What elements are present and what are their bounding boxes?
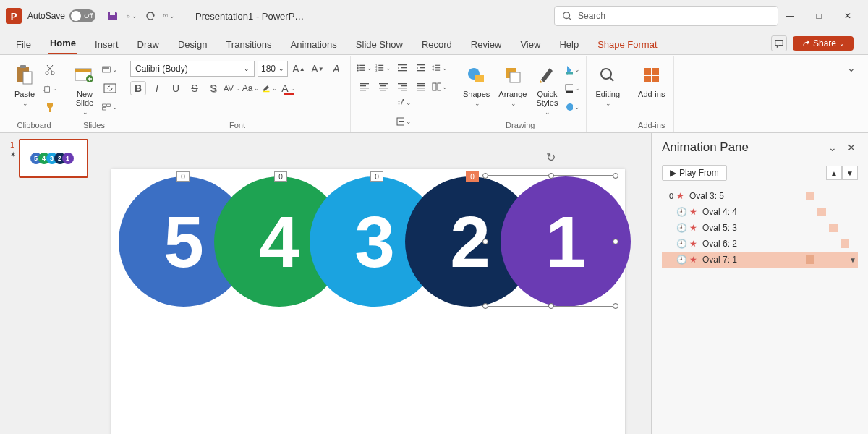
autosave-toggle[interactable]: Off: [69, 9, 95, 22]
share-button[interactable]: Share⌄: [793, 36, 854, 51]
anim-tag-selected[interactable]: 0: [466, 171, 479, 182]
underline-button[interactable]: U: [168, 81, 184, 95]
animation-item-selected[interactable]: 🕘 ★ Oval 7: 1 ▼: [662, 252, 858, 268]
timeline-bar[interactable]: [817, 208, 826, 216]
timeline-bar[interactable]: [829, 224, 838, 232]
arrange-button[interactable]: Arrange: [495, 61, 529, 109]
paste-button[interactable]: Paste: [10, 61, 39, 109]
tab-help[interactable]: Help: [558, 35, 580, 54]
close-button[interactable]: ✕: [842, 10, 854, 22]
increase-indent-icon[interactable]: [413, 61, 429, 75]
change-case-icon[interactable]: Aa: [243, 81, 259, 95]
italic-button[interactable]: I: [149, 81, 165, 95]
decrease-font-icon[interactable]: A▼: [310, 61, 326, 76]
tab-shape-format[interactable]: Shape Format: [596, 35, 658, 54]
resize-handle[interactable]: [548, 303, 554, 309]
resize-handle[interactable]: [613, 303, 618, 309]
timeline-bar[interactable]: [806, 192, 814, 200]
animation-item[interactable]: 🕘 ★ Oval 4: 4: [662, 204, 858, 220]
undo-icon[interactable]: [126, 10, 137, 22]
slide-thumbnail-1[interactable]: 1 ✶ 5 4 3 2 1: [19, 139, 88, 178]
tab-animations[interactable]: Animations: [289, 35, 339, 54]
justify-icon[interactable]: [413, 80, 429, 94]
clear-formatting-icon[interactable]: A: [328, 61, 344, 76]
pane-options-icon[interactable]: ⌄: [826, 141, 839, 154]
redo-icon[interactable]: [145, 10, 156, 22]
bold-button[interactable]: B: [130, 81, 146, 95]
comments-button[interactable]: [771, 35, 787, 51]
format-painter-icon[interactable]: [42, 100, 58, 114]
save-icon[interactable]: [107, 10, 119, 22]
move-up-button[interactable]: ▲: [826, 166, 842, 180]
pane-close-icon[interactable]: ✕: [845, 141, 858, 154]
shapes-button[interactable]: Shapes: [460, 61, 493, 109]
tab-transitions[interactable]: Transitions: [224, 35, 273, 54]
resize-handle[interactable]: [482, 239, 488, 244]
highlight-icon[interactable]: [262, 81, 278, 95]
tab-slideshow[interactable]: Slide Show: [354, 35, 404, 54]
font-color-icon[interactable]: A: [281, 81, 297, 95]
anim-tag[interactable]: 0: [370, 171, 383, 182]
align-center-icon[interactable]: [375, 80, 391, 94]
cut-icon[interactable]: [42, 62, 58, 77]
section-icon[interactable]: [102, 100, 118, 114]
font-size-select[interactable]: 180⌄: [258, 61, 288, 77]
copy-icon[interactable]: [42, 81, 58, 95]
rotate-handle[interactable]: ↻: [544, 150, 557, 163]
editing-button[interactable]: Editing: [592, 61, 623, 109]
numbering-icon[interactable]: 123: [375, 61, 391, 75]
item-dropdown-icon[interactable]: ▼: [849, 256, 856, 264]
resize-handle[interactable]: [613, 173, 618, 179]
quick-styles-button[interactable]: Quick Styles: [532, 61, 561, 117]
line-spacing-icon[interactable]: [432, 61, 448, 75]
minimize-button[interactable]: —: [784, 10, 796, 22]
addins-button[interactable]: Add-ins: [635, 61, 668, 100]
tab-view[interactable]: View: [519, 35, 542, 54]
autosave-control[interactable]: AutoSave Off: [27, 9, 95, 22]
tab-record[interactable]: Record: [420, 35, 454, 54]
align-right-icon[interactable]: [394, 80, 410, 94]
new-slide-button[interactable]: New Slide: [70, 61, 99, 117]
start-from-beginning-icon[interactable]: [163, 10, 175, 22]
maximize-button[interactable]: □: [813, 10, 825, 22]
timeline-bar[interactable]: [806, 255, 814, 264]
shape-outline-icon[interactable]: [564, 81, 580, 95]
shape-fill-icon[interactable]: [564, 62, 580, 77]
tab-file[interactable]: File: [14, 35, 33, 54]
decrease-indent-icon[interactable]: [394, 61, 410, 75]
animation-item[interactable]: 🕘 ★ Oval 5: 3: [662, 220, 858, 236]
strikethrough-button[interactable]: S: [187, 81, 203, 95]
reset-icon[interactable]: [102, 81, 118, 95]
animation-item[interactable]: 0 ★ Oval 3: 5: [662, 188, 858, 204]
svg-rect-28: [378, 67, 383, 68]
anim-tag[interactable]: 0: [176, 171, 190, 182]
shape-effects-icon[interactable]: [564, 100, 580, 114]
text-direction-icon[interactable]: ↕A: [396, 95, 412, 110]
collapse-ribbon-icon[interactable]: ⌄: [843, 61, 859, 75]
resize-handle[interactable]: [482, 303, 488, 309]
shadow-button[interactable]: S: [205, 81, 221, 95]
char-spacing-icon[interactable]: AV: [224, 81, 240, 95]
play-from-button[interactable]: ▶ Play From: [662, 165, 727, 181]
align-left-icon[interactable]: [357, 80, 373, 94]
resize-handle[interactable]: [482, 173, 488, 179]
align-text-icon[interactable]: [396, 114, 412, 129]
increase-font-icon[interactable]: A▲: [291, 61, 307, 76]
tab-review[interactable]: Review: [469, 35, 503, 54]
bullets-icon[interactable]: [357, 61, 373, 75]
anim-tag[interactable]: 0: [274, 171, 287, 182]
search-box[interactable]: Search: [554, 6, 778, 26]
tab-insert[interactable]: Insert: [93, 35, 120, 54]
resize-handle[interactable]: [548, 173, 554, 179]
tab-draw[interactable]: Draw: [136, 35, 161, 54]
columns-icon[interactable]: [432, 80, 448, 94]
slide-canvas[interactable]: 5 0 4 0 3 0 2 0 1 ↻: [100, 133, 651, 434]
tab-home[interactable]: Home: [48, 33, 77, 54]
move-down-button[interactable]: ▼: [842, 166, 858, 180]
font-family-select[interactable]: Calibri (Body)⌄: [130, 61, 255, 77]
resize-handle[interactable]: [613, 239, 618, 244]
layout-icon[interactable]: [102, 62, 118, 77]
timeline-bar[interactable]: [841, 239, 849, 248]
tab-design[interactable]: Design: [176, 35, 208, 54]
animation-item[interactable]: 🕘 ★ Oval 6: 2: [662, 236, 858, 252]
